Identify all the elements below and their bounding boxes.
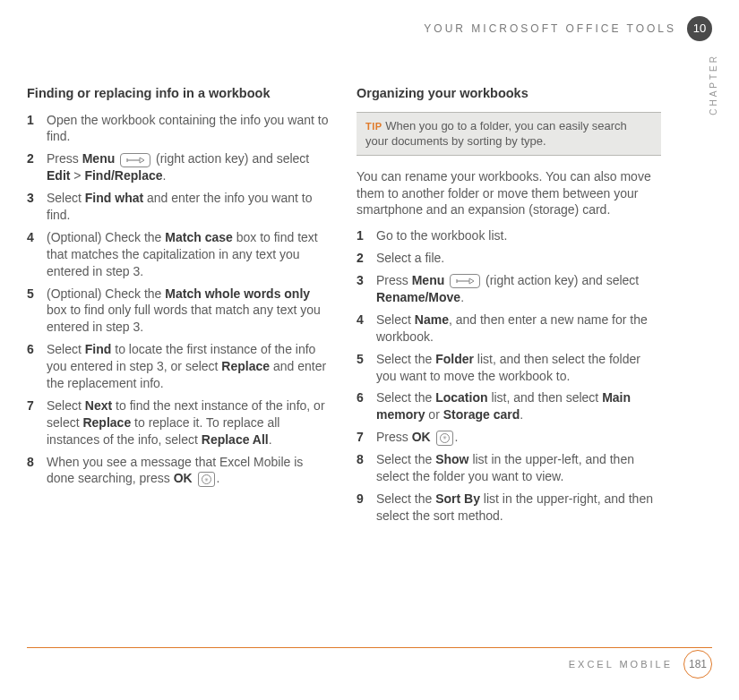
- list-item: 1 Go to the workbook list.: [357, 227, 661, 244]
- step-number: 4: [27, 229, 47, 280]
- step-number: 8: [357, 451, 376, 485]
- list-item: 8 When you see a message that Excel Mobi…: [27, 454, 331, 488]
- tip-label: TIP: [365, 121, 382, 132]
- list-item: 3 Press Menu (right action key) and sele…: [357, 272, 661, 306]
- step-body: Select the Show list in the upper-left, …: [376, 451, 661, 485]
- step-number: 2: [357, 250, 376, 267]
- list-item: 9 Select the Sort By list in the upper-r…: [357, 491, 661, 525]
- step-body: Select the Location list, and then selec…: [376, 389, 661, 423]
- step-body: Select the Sort By list in the upper-rig…: [376, 491, 661, 525]
- list-item: 2 Select a file.: [357, 250, 661, 267]
- list-item: 7 Press OK ✳.: [357, 429, 661, 446]
- step-body: (Optional) Check the Match case box to f…: [47, 229, 331, 280]
- menu-key-icon: [120, 153, 150, 167]
- step-body: (Optional) Check the Match whole words o…: [47, 286, 331, 337]
- list-item: 4 (Optional) Check the Match case box to…: [27, 229, 331, 280]
- right-column: Organizing your workbooks TIP When you g…: [357, 85, 661, 530]
- tip-box: TIP When you go to a folder, you can eas…: [357, 112, 661, 156]
- step-body: Select a file.: [376, 250, 661, 267]
- list-item: 6 Select Find to locate the first instan…: [27, 341, 331, 392]
- footer: EXCEL MOBILE 181: [569, 650, 712, 679]
- step-body: Go to the workbook list.: [376, 227, 661, 244]
- list-item: 7 Select Next to find the next instance …: [27, 397, 331, 448]
- step-body: Press Menu (right action key) and select…: [376, 272, 661, 306]
- step-number: 7: [27, 397, 47, 448]
- step-body: Select Next to find the next instance of…: [47, 397, 331, 448]
- step-body: Open the workbook containing the info yo…: [47, 112, 331, 146]
- header-title: YOUR MICROSOFT OFFICE TOOLS: [424, 21, 676, 36]
- step-number: 3: [27, 190, 47, 224]
- header-row: YOUR MICROSOFT OFFICE TOOLS 10: [424, 16, 712, 41]
- step-body: Press Menu (right action key) and select…: [47, 150, 331, 184]
- list-item: 1 Open the workbook containing the info …: [27, 112, 331, 146]
- step-body: Select Name, and then enter a new name f…: [376, 312, 661, 346]
- step-body: Select Find to locate the first instance…: [47, 341, 331, 392]
- chapter-label: CHAPTER: [708, 54, 720, 115]
- left-steps: 1 Open the workbook containing the info …: [27, 112, 331, 488]
- right-intro: You can rename your workbooks. You can a…: [357, 168, 661, 219]
- step-number: 3: [357, 272, 376, 306]
- list-item: 2 Press Menu (right action key) and sele…: [27, 150, 331, 184]
- list-item: 4 Select Name, and then enter a new name…: [357, 312, 661, 346]
- footer-rule: [27, 647, 712, 648]
- step-number: 6: [357, 389, 376, 423]
- menu-key-icon: [450, 274, 480, 288]
- page-number-badge: 181: [683, 650, 712, 679]
- content-columns: Finding or replacing info in a workbook …: [27, 85, 712, 530]
- list-item: 5 Select the Folder list, and then selec…: [357, 351, 661, 385]
- page: YOUR MICROSOFT OFFICE TOOLS 10 CHAPTER F…: [0, 0, 739, 700]
- step-number: 5: [27, 286, 47, 337]
- list-item: 6 Select the Location list, and then sel…: [357, 389, 661, 423]
- right-heading: Organizing your workbooks: [357, 85, 661, 103]
- step-number: 1: [27, 112, 47, 146]
- step-number: 5: [357, 351, 376, 385]
- step-number: 9: [357, 491, 376, 525]
- step-number: 1: [357, 227, 376, 244]
- list-item: 8 Select the Show list in the upper-left…: [357, 451, 661, 485]
- step-body: Select Find what and enter the info you …: [47, 190, 331, 224]
- step-number: 8: [27, 454, 47, 488]
- step-number: 4: [357, 312, 376, 346]
- step-number: 6: [27, 341, 47, 392]
- ok-key-icon: ✳: [436, 431, 453, 446]
- left-heading: Finding or replacing info in a workbook: [27, 85, 331, 103]
- footer-title: EXCEL MOBILE: [569, 658, 673, 671]
- ok-key-icon: ✳: [198, 472, 215, 487]
- left-column: Finding or replacing info in a workbook …: [27, 85, 331, 530]
- tip-text: When you go to a folder, you can easily …: [365, 119, 627, 149]
- chapter-number-badge: 10: [687, 16, 712, 41]
- step-body: When you see a message that Excel Mobile…: [47, 454, 331, 488]
- list-item: 3 Select Find what and enter the info yo…: [27, 190, 331, 224]
- step-body: Select the Folder list, and then select …: [376, 351, 661, 385]
- right-steps: 1 Go to the workbook list. 2 Select a fi…: [357, 227, 661, 524]
- step-body: Press OK ✳.: [376, 429, 661, 446]
- step-number: 7: [357, 429, 376, 446]
- list-item: 5 (Optional) Check the Match whole words…: [27, 286, 331, 337]
- step-number: 2: [27, 150, 47, 184]
